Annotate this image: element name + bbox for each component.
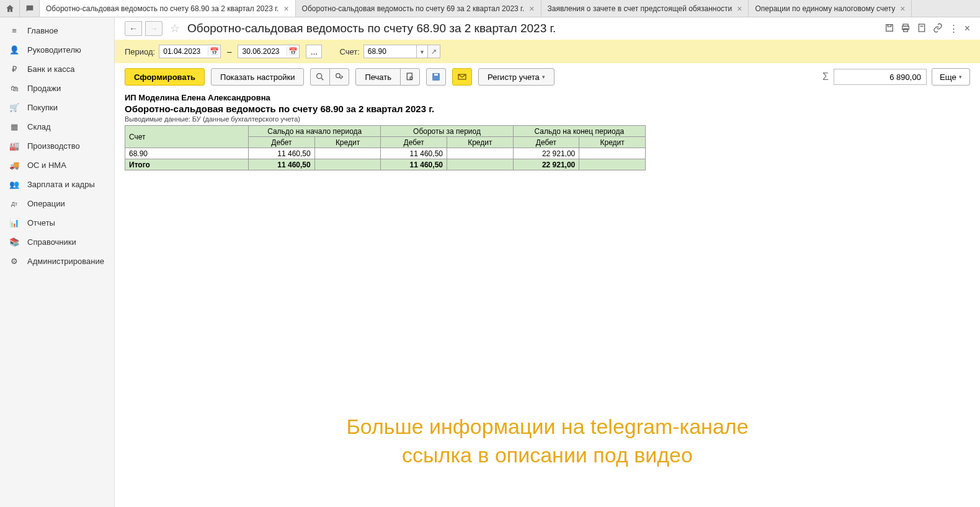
calendar-icon[interactable]: 📅 [287,47,299,56]
sidebar-item-main[interactable]: ≡Главное [0,21,114,40]
sidebar-item-label: Администрирование [27,257,104,266]
table-row[interactable]: 68.90 11 460,50 11 460,50 22 921,00 [125,148,646,159]
close-icon[interactable]: × [964,23,970,34]
save-icon[interactable] [884,23,894,35]
period-label: Период: [125,47,155,56]
sidebar-item-bank[interactable]: ₽Банк и касса [0,60,114,79]
favorite-star-icon[interactable]: ☆ [170,22,180,35]
close-icon[interactable]: × [900,4,905,13]
sidebar-item-directories[interactable]: 📚Справочники [0,232,114,252]
sigma-icon: Σ [822,71,829,82]
more-vert-icon[interactable]: ⋮ [949,23,958,34]
report-org: ИП Моделина Елена Александровна [125,93,970,102]
sidebar: ≡Главное 👤Руководителю ₽Банк и касса 🛍Пр… [0,17,115,507]
sidebar-item-label: Склад [27,122,51,131]
top-tabbar: Оборотно-сальдовая ведомость по счету 68… [0,0,980,17]
page-header: ← → ☆ Оборотно-сальдовая ведомость по сч… [115,17,980,40]
page-title: Оборотно-сальдовая ведомость по счету 68… [187,22,556,35]
cell-total-tc [447,159,513,170]
cell-total-bc [314,159,381,170]
sidebar-item-operations[interactable]: ДтОперации [0,194,114,213]
tab-operacii-ens[interactable]: Операции по единому налоговому счету × [749,0,912,17]
sidebar-item-warehouse[interactable]: ▦Склад [0,117,114,136]
factory-icon: 🏭 [9,141,20,151]
chat-icon[interactable] [20,0,40,17]
sidebar-item-label: Зарплата и кадры [27,180,95,189]
th-credit: Кредит [447,137,513,148]
account-open-icon[interactable]: ↗ [428,45,440,58]
save-disk-icon[interactable] [426,68,446,86]
gear-icon: ⚙ [9,257,20,266]
account-dropdown-icon[interactable]: ▾ [417,45,428,58]
sidebar-item-assets[interactable]: 🚚ОС и НМА [0,156,114,175]
more-button[interactable]: Еще▾ [932,68,970,86]
close-icon[interactable]: × [529,4,534,13]
link-icon[interactable] [933,23,943,35]
tab-zayavleniya[interactable]: Заявления о зачете в счет предстоящей об… [541,0,749,17]
books-icon: 📚 [9,237,20,247]
sidebar-item-admin[interactable]: ⚙Администрирование [0,252,114,271]
svg-rect-5 [919,24,924,32]
sum-input[interactable] [834,69,927,85]
tab-osv-68-90[interactable]: Оборотно-сальдовая ведомость по счету 68… [40,0,296,17]
sidebar-item-production[interactable]: 🏭Производство [0,136,114,156]
cell-turn-debit: 11 460,50 [381,148,447,159]
date-dash: – [227,47,231,56]
tab-label: Заявления о зачете в счет предстоящей об… [548,4,733,13]
date-from-field[interactable]: 📅 [159,45,221,58]
main-content: ← → ☆ Оборотно-сальдовая ведомость по сч… [115,17,980,507]
tab-label: Операции по единому налоговому счету [755,4,895,13]
settings-button[interactable]: Показать настройки [211,68,304,86]
sidebar-item-label: ОС и НМА [27,161,66,170]
cell-begin-credit [314,148,381,159]
date-to-field[interactable]: 📅 [238,45,300,58]
sidebar-item-purchases[interactable]: 🛒Покупки [0,98,114,117]
print-preview-icon[interactable] [400,68,420,86]
cell-begin-debit: 11 460,50 [249,148,315,159]
sidebar-item-payroll[interactable]: 👥Зарплата и кадры [0,175,114,194]
print-button[interactable]: Печать [355,68,401,86]
sidebar-item-label: Отчеты [27,218,55,227]
home-icon[interactable] [0,0,20,17]
truck-icon: 🚚 [9,161,20,170]
sidebar-item-label: Продажи [27,84,61,93]
cell-total-td: 11 460,50 [381,159,447,170]
close-icon[interactable]: × [737,4,742,13]
period-picker-button[interactable]: ... [306,45,322,58]
tab-osv-69[interactable]: Оборотно-сальдовая ведомость по счету 69… [296,0,541,17]
cart-icon: 🛒 [9,103,20,112]
report-area[interactable]: ИП Моделина Елена Александровна Оборотно… [115,90,980,507]
tab-label: Оборотно-сальдовая ведомость по счету 68… [46,4,278,13]
cell-end-debit: 22 921,00 [513,148,579,159]
report-note: Выводимые данные: БУ (данные бухгалтерск… [125,115,970,123]
cell-total-bd: 11 460,50 [249,159,315,170]
register-button[interactable]: Регистр учета ▾ [478,68,555,86]
watermark-text: Больше информации на telegram-канале ссы… [346,413,748,470]
sidebar-item-manager[interactable]: 👤Руководителю [0,40,114,60]
account-input[interactable] [363,45,417,58]
date-to-input[interactable] [238,47,287,56]
nav-back-button[interactable]: ← [125,21,142,36]
sidebar-item-label: Операции [27,199,65,208]
search-next-icon[interactable] [329,68,349,86]
th-debit: Дебет [249,137,315,148]
calendar-icon[interactable]: 📅 [208,47,220,56]
svg-point-7 [317,74,322,79]
calc-icon[interactable] [917,23,927,35]
nav-forward-button[interactable]: → [145,21,163,36]
date-from-input[interactable] [159,47,208,56]
tab-label: Оборотно-сальдовая ведомость по счету 69… [302,4,525,13]
print-icon[interactable] [901,23,911,35]
manager-icon: 👤 [9,45,20,55]
cell-end-credit [579,148,646,159]
form-button[interactable]: Сформировать [125,68,205,86]
mail-icon[interactable] [452,68,472,86]
th-debit: Дебет [381,137,447,148]
search-icon[interactable] [310,68,330,86]
close-icon[interactable]: × [283,4,288,13]
sidebar-item-label: Руководителю [27,45,81,55]
sidebar-item-label: Банк и касса [27,64,75,74]
sidebar-item-reports[interactable]: 📊Отчеты [0,213,114,232]
th-debit: Дебет [513,137,579,148]
sidebar-item-sales[interactable]: 🛍Продажи [0,79,114,98]
